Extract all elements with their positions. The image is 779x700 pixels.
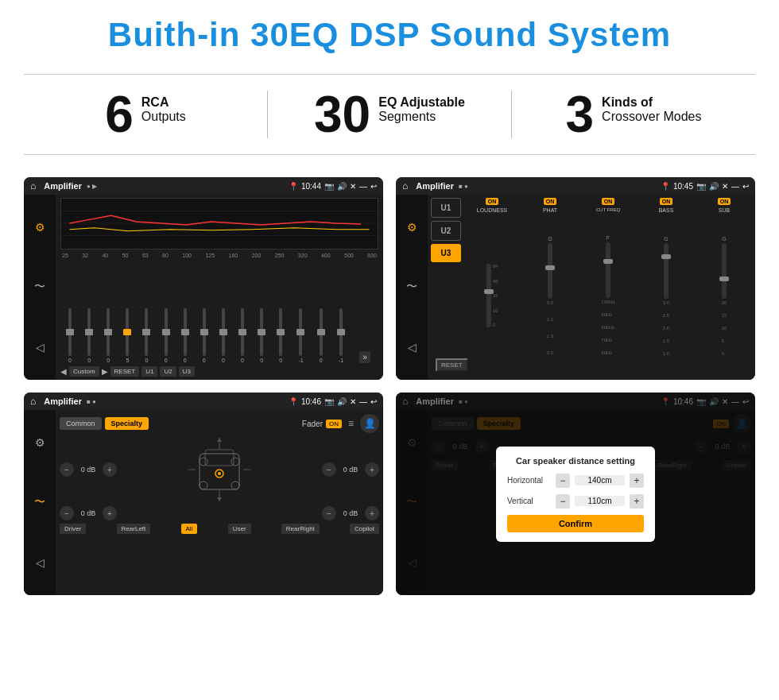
fader-fr-minus[interactable]: −: [322, 462, 336, 477]
fader-rr-minus[interactable]: −: [322, 506, 336, 520]
preset-u2-btn[interactable]: U2: [431, 221, 461, 241]
fader-all-btn[interactable]: All: [181, 524, 198, 534]
eq-slider-2: 0: [107, 296, 110, 363]
crossover-content: ⚙ 〜 ◁ U1 U2 U3: [396, 195, 755, 380]
preset-u3-btn[interactable]: U3: [431, 244, 461, 262]
eq-screenshot: ⌂ Amplifier ● ▶ 📍 10:44 📷 🔊 ✕ — ↩ ⚙ 〜: [24, 177, 383, 380]
eq-u1-btn[interactable]: U1: [141, 366, 157, 377]
crossover-close-icon[interactable]: ✕: [722, 182, 728, 191]
stat-rca-line2: Outputs: [141, 110, 186, 124]
horizontal-row: Horizontal − 140cm +: [507, 474, 644, 488]
vertical-row: Vertical − 110cm +: [507, 494, 644, 509]
fader-label: Fader: [302, 420, 323, 428]
preset-u1-btn[interactable]: U1: [431, 198, 461, 218]
vertical-plus-btn[interactable]: +: [630, 494, 644, 509]
fader-fl-minus[interactable]: −: [60, 462, 74, 477]
cutfreq-label: CUT FREQ: [596, 207, 621, 212]
eq-slider-0: 0: [68, 296, 72, 363]
fader-fl-value: 0 dB: [76, 466, 100, 474]
stats-row: 6 RCA Outputs 30 EQ Adjustable Segments …: [24, 74, 755, 155]
fader-rearright-btn[interactable]: RearRight: [281, 524, 320, 534]
crossover-minimize-icon[interactable]: —: [731, 182, 739, 191]
fader-controls-row2: − 0 dB + − 0 dB +: [60, 506, 379, 520]
fader-specialty-btn[interactable]: Specialty: [105, 417, 149, 430]
fader-rl-minus[interactable]: −: [60, 506, 74, 520]
eq-u3-btn[interactable]: U3: [179, 366, 195, 377]
eq-custom-btn[interactable]: Custom: [69, 366, 99, 377]
fader-copilot-btn[interactable]: Copilot: [350, 524, 379, 534]
crossover-volume-icon: 🔊: [709, 182, 719, 191]
eq-slider-10: 0: [260, 296, 263, 363]
fader-avatar-btn[interactable]: 👤: [360, 414, 379, 433]
eq-reset-btn[interactable]: RESET: [110, 366, 140, 377]
minimize-icon[interactable]: —: [359, 182, 367, 191]
close-icon[interactable]: ✕: [350, 182, 356, 191]
fader-wave-icon[interactable]: 〜: [34, 495, 45, 509]
stat-rca: 6 RCA Outputs: [24, 89, 267, 140]
crossover-wave-icon[interactable]: 〜: [406, 280, 417, 294]
fader-fr-plus[interactable]: +: [365, 462, 379, 477]
eq-status-bar: ⌂ Amplifier ● ▶ 📍 10:44 📷 🔊 ✕ — ↩: [24, 177, 383, 195]
cutfreq-channel: ON CUT FREQ F 100Hz90Hz80kHz70Hz60Hz: [580, 198, 636, 377]
crossover-status-dots: ■ ●: [459, 183, 468, 190]
fader-fr-value: 0 dB: [339, 466, 362, 474]
bass-channel: ON BASS G 3.02.52.01.51.0: [638, 198, 694, 377]
eq-slider-13: 0: [320, 296, 323, 363]
loudness-channel: ON LOUDNESS 644832160: [464, 198, 520, 377]
car-diagram: [188, 438, 251, 501]
bass-on-badge: ON: [660, 198, 673, 205]
eq-main-area: 25 32 40 50 63 80 100 125 160 200 250 32…: [56, 195, 383, 380]
eq-slider-4: 0: [145, 296, 148, 363]
back-icon[interactable]: ↩: [370, 182, 377, 191]
eq-wave-icon[interactable]: 〜: [34, 280, 45, 294]
fader-filter-icon[interactable]: ⚙: [35, 436, 45, 449]
sub-on-badge: ON: [718, 198, 731, 205]
crossover-back-icon[interactable]: ↩: [742, 182, 749, 191]
horizontal-plus-btn[interactable]: +: [630, 474, 644, 488]
fader-content: ⚙ 〜 ◁ Common Specialty Fader ON ≡ 👤: [24, 410, 383, 595]
fader-on-badge: ON: [326, 420, 342, 428]
stat-eq: 30 EQ Adjustable Segments: [268, 89, 511, 140]
fader-rr-plus[interactable]: +: [365, 506, 379, 520]
dialog-title: Car speaker distance setting: [507, 456, 644, 466]
eq-slider-7: 0: [203, 296, 206, 363]
fader-fl-plus[interactable]: +: [103, 462, 117, 477]
eq-u2-btn[interactable]: U2: [160, 366, 176, 377]
eq-status-icons: 📍 10:44 📷 🔊 ✕ — ↩: [289, 182, 377, 191]
fader-rearleft-btn[interactable]: RearLeft: [117, 524, 151, 534]
phat-label: PHAT: [543, 207, 557, 213]
crossover-reset-btn[interactable]: RESET: [436, 358, 468, 372]
fader-common-btn[interactable]: Common: [60, 417, 102, 430]
fader-rr-control: − 0 dB +: [322, 506, 379, 520]
crossover-filter-icon[interactable]: ⚙: [407, 221, 417, 234]
eq-prev-btn[interactable]: ◀: [60, 367, 67, 376]
eq-filter-icon[interactable]: ⚙: [35, 221, 45, 234]
crossover-home-icon[interactable]: ⌂: [402, 180, 408, 191]
fader-top-bar: Common Specialty Fader ON ≡ 👤: [60, 414, 379, 433]
fader-rl-plus[interactable]: +: [103, 506, 117, 520]
fader-status-icons: 📍 10:46 📷 🔊 ✕ — ↩: [289, 397, 377, 406]
stat-crossover-line2: Crossover Modes: [602, 110, 701, 124]
stat-crossover-line1: Kinds of: [602, 95, 701, 110]
fader-driver-btn[interactable]: Driver: [60, 524, 86, 534]
horizontal-minus-btn[interactable]: −: [556, 474, 570, 488]
svg-marker-16: [217, 497, 222, 501]
vertical-minus-btn[interactable]: −: [556, 494, 570, 509]
crossover-speaker-icon[interactable]: ◁: [408, 341, 417, 354]
fader-speaker-icon[interactable]: ◁: [36, 556, 45, 569]
eq-slider-9: 0: [241, 296, 244, 363]
crossover-location-icon: 📍: [661, 182, 670, 191]
home-icon[interactable]: ⌂: [30, 180, 36, 191]
fader-controls-row: − 0 dB +: [60, 436, 379, 503]
eq-next-btn[interactable]: ▶: [102, 367, 108, 376]
eq-skip-btn[interactable]: »: [359, 351, 370, 363]
fader-user-btn[interactable]: User: [228, 524, 251, 534]
fader-diagram-area: [122, 438, 317, 501]
eq-speaker-icon[interactable]: ◁: [36, 341, 45, 354]
eq-slider-6: 0: [184, 296, 187, 363]
fader-sidebar: ⚙ 〜 ◁: [24, 410, 56, 595]
svg-point-8: [231, 458, 239, 466]
eq-time: 10:44: [301, 182, 321, 191]
confirm-button[interactable]: Confirm: [507, 515, 644, 532]
fader-home-icon[interactable]: ⌂: [30, 396, 36, 407]
